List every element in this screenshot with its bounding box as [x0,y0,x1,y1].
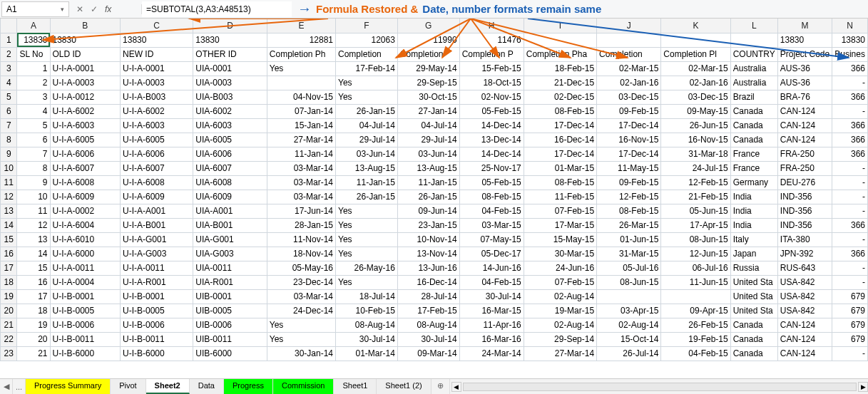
row-header[interactable]: 7 [1,118,17,133]
row-header[interactable]: 3 [1,61,17,76]
cell[interactable]: U-I-B-0011 [50,332,121,346]
cell[interactable]: 15-May-15 [524,232,596,247]
col-header-K[interactable]: K [661,19,730,33]
name-box[interactable]: A1 ▾ [1,1,69,17]
cell[interactable]: 03-Mar-14 [267,289,335,304]
tab-sheet1-2-[interactable]: Sheet1 (2) [377,379,431,394]
cancel-icon[interactable]: ✕ [76,4,83,14]
cell[interactable]: India [730,204,777,218]
cell[interactable]: CAN-124 [777,346,832,361]
row-header[interactable]: 9 [1,147,17,161]
cell[interactable]: 08-Feb-15 [459,190,524,204]
cell[interactable]: 11-Jun-15 [661,275,730,289]
cell[interactable]: CAN-124 [777,332,832,346]
cell[interactable]: 11-Jan-15 [397,175,459,190]
cell[interactable]: 08-Jun-15 [661,232,730,247]
cell[interactable]: Completion Pl [661,47,730,61]
cell[interactable] [267,76,335,90]
cell[interactable]: U-I-A-6003 [121,118,193,133]
cell[interactable]: 03-Jun-14 [397,147,459,161]
cell[interactable]: 08-Feb-15 [524,175,596,190]
scroll-left-icon[interactable]: ◀ [0,379,13,394]
cell[interactable]: CAN-124 [777,118,832,133]
cell[interactable]: 16-Mar-16 [459,332,524,346]
cell[interactable]: 17-Jun-14 [267,204,335,218]
cell[interactable]: IND-356 [777,218,832,232]
cell[interactable]: U-I-A-G003 [121,247,193,261]
cell[interactable] [661,33,730,47]
cell[interactable]: U-I-A-6000 [50,247,121,261]
cell[interactable]: 05-Feb-15 [459,175,524,190]
cell[interactable]: 11-Apr-16 [459,318,524,332]
cell[interactable]: 8 [17,161,50,175]
cell[interactable]: U-I-A-6004 [50,218,121,232]
cell[interactable]: Australia [730,61,777,76]
tab-sheet1[interactable]: Sheet1 [334,379,377,394]
cell[interactable]: FRA-250 [777,161,832,175]
cell[interactable]: Russia [730,261,777,275]
cell[interactable]: COUNTRY [730,47,777,61]
cell[interactable]: 13 [17,232,50,247]
cell[interactable]: 31-Mar-18 [661,147,730,161]
cell[interactable] [730,33,777,47]
cell[interactable]: 05-Jun-15 [661,204,730,218]
cell[interactable]: SL No [17,47,50,61]
cell[interactable]: 16-Dec-14 [524,133,596,147]
cell[interactable]: 14-Dec-14 [459,147,524,161]
cell[interactable]: United Sta [730,289,777,304]
cell[interactable]: 366 [832,147,868,161]
cell[interactable]: 10-Feb-15 [336,304,398,318]
cell[interactable] [524,33,596,47]
cell[interactable]: 07-Feb-15 [524,275,596,289]
cell[interactable]: 30-Jan-14 [267,346,335,361]
cell[interactable]: 03-Mar-14 [267,175,335,190]
cell[interactable]: 12881 [267,33,335,47]
cell[interactable]: UIA-6003 [193,118,267,133]
fx-icon[interactable]: fx [105,4,111,14]
col-header-G[interactable]: G [397,19,459,33]
col-header-A[interactable]: A [17,19,50,33]
cell[interactable]: 15 [17,261,50,275]
cell[interactable]: Yes [267,332,335,346]
cell[interactable]: India [730,218,777,232]
cell[interactable]: 366 [832,61,868,76]
cell[interactable]: U-I-A-6010 [50,232,121,247]
cell[interactable]: CAN-124 [777,318,832,332]
tab-pivot[interactable]: Pivot [111,379,145,394]
cell[interactable]: 29-Jul-14 [336,133,398,147]
cell[interactable]: 01-Mar-15 [524,161,596,175]
col-header-M[interactable]: M [777,19,832,33]
cell[interactable]: Yes [336,247,398,261]
cell[interactable]: 7 [17,147,50,161]
cell[interactable]: UIA-6002 [193,104,267,118]
cell[interactable]: U-I-A-G001 [121,232,193,247]
cell[interactable]: 03-Mar-14 [267,190,335,204]
cell[interactable]: 02-Aug-14 [524,289,596,304]
cell[interactable]: UIA-G003 [193,247,267,261]
cell[interactable]: BRA-76 [777,90,832,104]
cell[interactable]: UIA-B001 [193,218,267,232]
cell[interactable]: NEW ID [121,47,193,61]
cell[interactable]: 17-Dec-14 [597,147,661,161]
cell[interactable]: 24-Dec-14 [267,304,335,318]
cell[interactable]: 03-Mar-14 [267,161,335,175]
cell[interactable]: U-I-B-6000 [50,346,121,361]
cell[interactable]: UIA-6006 [193,147,267,161]
cell[interactable]: Project Code [777,47,832,61]
row-header[interactable]: 12 [1,190,17,204]
cell[interactable]: RUS-643 [777,261,832,275]
cell[interactable]: U-I-A-R001 [121,275,193,289]
cell[interactable]: Canada [730,133,777,147]
cell[interactable]: 29-Jul-14 [397,133,459,147]
cell[interactable]: 13-Jun-16 [397,261,459,275]
corner-cell[interactable] [1,19,17,33]
cell[interactable]: 30-Mar-15 [524,247,596,261]
cell[interactable]: 23-Dec-14 [267,275,335,289]
cell[interactable]: UIA-R001 [193,275,267,289]
cell[interactable]: 15-Oct-14 [597,332,661,346]
scroll-left-btn[interactable]: ◀ [451,382,461,392]
cell[interactable]: 13830 [17,33,50,47]
ellipsis-icon[interactable]: ... [13,379,26,394]
cell[interactable]: - [832,346,868,361]
cell[interactable]: 17-Feb-15 [397,304,459,318]
